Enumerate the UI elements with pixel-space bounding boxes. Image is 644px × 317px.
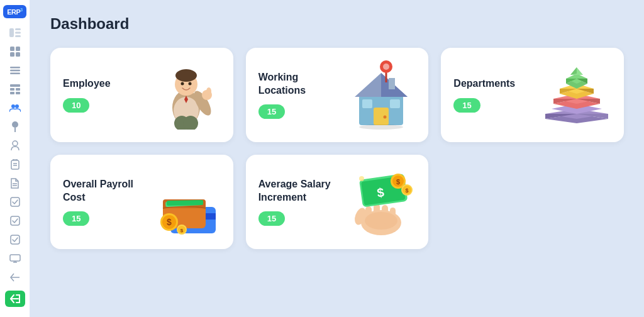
monitor-icon[interactable] (5, 250, 25, 267)
dashboard-icon[interactable] (5, 43, 25, 60)
sidebar: ERP3 (0, 0, 30, 317)
svg-rect-20 (11, 160, 19, 169)
svg-rect-28 (10, 255, 20, 261)
employee-illustration (152, 60, 221, 130)
svg-rect-1 (15, 28, 21, 30)
svg-text:$: $ (167, 217, 172, 227)
svg-rect-80 (167, 199, 203, 205)
back-icon[interactable] (5, 269, 25, 286)
svg-rect-26 (11, 216, 19, 225)
svg-rect-44 (374, 108, 389, 125)
svg-rect-12 (10, 88, 14, 91)
overall-payroll-card-left: Overall Payroll Cost 15 (63, 178, 152, 226)
check3-icon[interactable] (5, 231, 25, 248)
svg-rect-15 (16, 92, 20, 94)
svg-rect-9 (10, 69, 20, 71)
svg-rect-46 (362, 99, 372, 108)
svg-point-54 (359, 125, 403, 130)
sidebar-toggle-icon[interactable] (5, 25, 25, 41)
overall-payroll-card-badge: 15 (63, 211, 89, 226)
logout-button[interactable] (5, 291, 25, 307)
svg-rect-14 (10, 92, 14, 94)
app-logo: ERP3 (3, 5, 26, 18)
main-content: Dashboard Employee 10 (30, 0, 644, 317)
departments-card-badge: 15 (453, 98, 480, 113)
pin-icon[interactable] (5, 119, 25, 135)
svg-point-103 (359, 176, 364, 181)
departments-card-title: Departments (453, 77, 515, 91)
departments-card-left: Departments 15 (453, 77, 515, 113)
svg-rect-47 (390, 99, 400, 108)
svg-point-16 (11, 104, 15, 108)
person-outline-icon[interactable] (5, 137, 25, 153)
svg-rect-13 (16, 88, 20, 91)
svg-rect-8 (10, 67, 20, 69)
working-locations-card-badge: 15 (258, 104, 285, 119)
avg-salary-card[interactable]: Average Salary Increment 15 (246, 155, 429, 249)
employee-card[interactable]: Employee 10 (50, 48, 233, 142)
working-locations-card-title: Working Locations (258, 71, 347, 97)
svg-rect-11 (10, 84, 20, 87)
salary-illustration: $ $ $ (347, 167, 416, 236)
svg-rect-5 (16, 47, 20, 51)
departments-card[interactable]: Departments 15 (441, 48, 624, 142)
page-title: Dashboard (50, 15, 624, 33)
working-locations-card[interactable]: Working Locations 15 (246, 48, 429, 142)
svg-rect-7 (16, 52, 20, 57)
svg-rect-2 (15, 31, 21, 33)
svg-point-53 (383, 64, 389, 70)
working-locations-card-left: Working Locations 15 (258, 71, 347, 120)
avg-salary-card-title: Average Salary Increment (258, 178, 347, 204)
check2-icon[interactable] (5, 213, 25, 229)
svg-point-18 (12, 121, 18, 128)
avg-salary-card-left: Average Salary Increment 15 (258, 178, 347, 226)
svg-point-34 (175, 69, 197, 82)
doc-icon[interactable] (5, 175, 25, 191)
svg-rect-0 (9, 28, 14, 37)
svg-point-19 (13, 141, 18, 146)
working-locations-illustration (347, 60, 416, 130)
departments-illustration (542, 60, 611, 130)
overall-payroll-card[interactable]: Overall Payroll Cost 15 (50, 155, 233, 249)
svg-text:$: $ (396, 178, 400, 186)
svg-rect-6 (10, 52, 14, 57)
menu-list-icon[interactable] (5, 62, 25, 79)
employee-card-badge: 10 (63, 98, 89, 113)
svg-rect-25 (11, 197, 19, 206)
logo-version: 3 (20, 8, 22, 12)
avg-salary-card-badge: 15 (258, 211, 285, 226)
svg-rect-3 (15, 35, 21, 37)
employee-card-left: Employee 10 (63, 77, 111, 113)
people-icon[interactable] (5, 100, 25, 116)
svg-rect-4 (10, 47, 14, 51)
overall-payroll-card-title: Overall Payroll Cost (63, 178, 152, 204)
svg-point-35 (180, 82, 184, 86)
svg-point-40 (206, 87, 211, 95)
svg-text:$: $ (180, 228, 183, 233)
clipboard-icon[interactable] (5, 156, 25, 172)
svg-point-45 (384, 116, 387, 119)
svg-text:$: $ (406, 187, 409, 194)
cards-grid: Employee 10 (50, 48, 624, 249)
svg-point-93 (365, 212, 397, 230)
svg-rect-50 (389, 78, 395, 89)
svg-rect-27 (11, 235, 19, 244)
table-view-icon[interactable] (5, 81, 25, 97)
check1-icon[interactable] (5, 194, 25, 210)
svg-rect-10 (10, 72, 20, 74)
payroll-illustration: $ $ (152, 167, 221, 236)
employee-card-title: Employee (63, 77, 111, 91)
svg-point-36 (188, 82, 191, 86)
svg-marker-73 (570, 67, 577, 75)
svg-point-17 (15, 104, 19, 108)
